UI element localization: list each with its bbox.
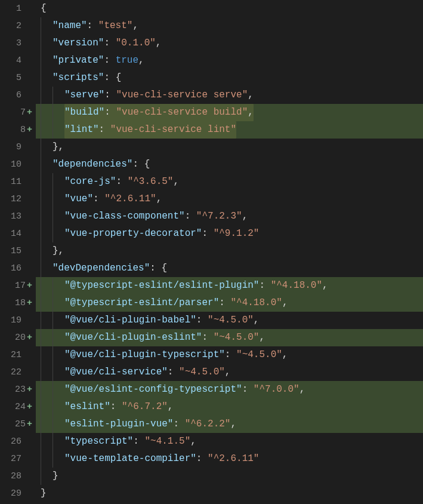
code-line[interactable]: 21 "@vue/cli-plugin-typescript": "~4.5.0… [0,346,423,364]
code-content[interactable]: { [36,0,423,17]
code-line[interactable]: 14 "vue-property-decorator": "^9.1.2" [0,225,423,242]
line-number-gutter: 21 [0,346,36,364]
line-number-gutter: 6 [0,87,36,104]
code-content[interactable]: "@typescript-eslint/eslint-plugin": "^4.… [36,277,423,294]
code-line[interactable]: 8+"lint": "vue-cli-service lint" [0,121,423,139]
line-number-gutter: 23+ [0,381,36,398]
code-line[interactable]: 18+"@typescript-eslint/parser": "^4.18.0… [0,294,423,312]
diff-added-icon: + [27,416,32,433]
code-content[interactable]: "devDependencies": { [36,260,423,277]
code-line[interactable]: 2 "name": "test", [0,17,423,35]
diff-added-icon: + [27,294,32,312]
code-content[interactable]: "vue-class-component": "^7.2.3", [36,208,423,225]
code-line[interactable]: 17+"@typescript-eslint/eslint-plugin": "… [0,277,423,294]
line-number-gutter: 24+ [0,398,36,416]
code-content[interactable]: "@vue/cli-plugin-eslint": "~4.5.0", [36,329,423,346]
line-number-gutter: 5 [0,69,36,87]
line-number-gutter: 29 [0,485,36,502]
line-number-gutter: 16 [0,260,36,277]
code-line[interactable]: 15 }, [0,242,423,260]
line-number-gutter: 28 [0,468,36,485]
code-content[interactable]: "scripts": { [36,69,423,87]
code-content[interactable]: "name": "test", [36,17,423,35]
code-line[interactable]: 25+"eslint-plugin-vue": "^6.2.2", [0,416,423,433]
line-number-gutter: 7+ [0,104,36,121]
code-line[interactable]: 13 "vue-class-component": "^7.2.3", [0,208,423,225]
code-content[interactable]: } [36,485,423,502]
code-content[interactable]: "serve": "vue-cli-service serve", [36,87,423,104]
line-number-gutter: 14 [0,225,36,242]
code-line[interactable]: 6 "serve": "vue-cli-service serve", [0,87,423,104]
code-line[interactable]: 12 "vue": "^2.6.11", [0,190,423,208]
code-content[interactable]: "@vue/cli-service": "~4.5.0", [36,364,423,381]
code-content[interactable]: "vue-template-compiler": "^2.6.11" [36,450,423,468]
code-line[interactable]: 28 } [0,468,423,485]
diff-added-icon: + [27,277,32,294]
line-number-gutter: 27 [0,450,36,468]
code-line[interactable]: 20+"@vue/cli-plugin-eslint": "~4.5.0", [0,329,423,346]
diff-added-icon: + [27,104,32,121]
line-number-gutter: 12 [0,190,36,208]
code-content[interactable]: }, [36,139,423,156]
code-line[interactable]: 23+"@vue/eslint-config-typescript": "^7.… [0,381,423,398]
code-content[interactable]: "@vue/cli-plugin-babel": "~4.5.0", [36,312,423,329]
line-number-gutter: 11 [0,173,36,190]
code-editor[interactable]: 1 {2 "name": "test",3 "version": "0.1.0"… [0,0,423,502]
code-content[interactable]: "typescript": "~4.1.5", [36,433,423,450]
code-content[interactable]: "version": "0.1.0", [36,35,423,52]
line-number-gutter: 10 [0,156,36,173]
code-content[interactable]: "vue": "^2.6.11", [36,190,423,208]
code-content[interactable]: "lint": "vue-cli-service lint" [36,121,423,139]
diff-added-icon: + [27,381,32,398]
code-content[interactable]: "@vue/eslint-config-typescript": "^7.0.0… [36,381,423,398]
code-line[interactable]: 4 "private": true, [0,52,423,69]
code-line[interactable]: 10 "dependencies": { [0,156,423,173]
code-line[interactable]: 5 "scripts": { [0,69,423,87]
code-line[interactable]: 9 }, [0,139,423,156]
line-number-gutter: 1 [0,0,36,17]
code-content[interactable]: } [36,468,423,485]
code-content[interactable]: "@vue/cli-plugin-typescript": "~4.5.0", [36,346,423,364]
code-content[interactable]: "private": true, [36,52,423,69]
code-content[interactable]: "core-js": "^3.6.5", [36,173,423,190]
line-number-gutter: 18+ [0,294,36,312]
line-number-gutter: 19 [0,312,36,329]
code-line[interactable]: 24+"eslint": "^6.7.2", [0,398,423,416]
line-number-gutter: 4 [0,52,36,69]
line-number-gutter: 13 [0,208,36,225]
line-number-gutter: 26 [0,433,36,450]
code-line[interactable]: 29 } [0,485,423,502]
line-number-gutter: 25+ [0,416,36,433]
diff-added-icon: + [27,398,32,416]
code-content[interactable]: "@typescript-eslint/parser": "^4.18.0", [36,294,423,312]
code-line[interactable]: 7+"build": "vue-cli-service build", [0,104,423,121]
code-line[interactable]: 19 "@vue/cli-plugin-babel": "~4.5.0", [0,312,423,329]
code-content[interactable]: }, [36,242,423,260]
code-line[interactable]: 11 "core-js": "^3.6.5", [0,173,423,190]
line-number-gutter: 15 [0,242,36,260]
line-number-gutter: 17+ [0,277,36,294]
code-line[interactable]: 1 { [0,0,423,17]
code-content[interactable]: "build": "vue-cli-service build", [36,104,423,121]
code-content[interactable]: "eslint-plugin-vue": "^6.2.2", [36,416,423,433]
code-content[interactable]: "vue-property-decorator": "^9.1.2" [36,225,423,242]
code-content[interactable]: "dependencies": { [36,156,423,173]
code-content[interactable]: "eslint": "^6.7.2", [36,398,423,416]
line-number-gutter: 3 [0,35,36,52]
line-number-gutter: 2 [0,17,36,35]
line-number-gutter: 9 [0,139,36,156]
line-number-gutter: 20+ [0,329,36,346]
line-number-gutter: 8+ [0,121,36,139]
code-line[interactable]: 22 "@vue/cli-service": "~4.5.0", [0,364,423,381]
code-line[interactable]: 16 "devDependencies": { [0,260,423,277]
diff-added-icon: + [27,121,32,139]
code-line[interactable]: 26 "typescript": "~4.1.5", [0,433,423,450]
line-number-gutter: 22 [0,364,36,381]
code-line[interactable]: 3 "version": "0.1.0", [0,35,423,52]
code-line[interactable]: 27 "vue-template-compiler": "^2.6.11" [0,450,423,468]
diff-added-icon: + [27,329,32,346]
